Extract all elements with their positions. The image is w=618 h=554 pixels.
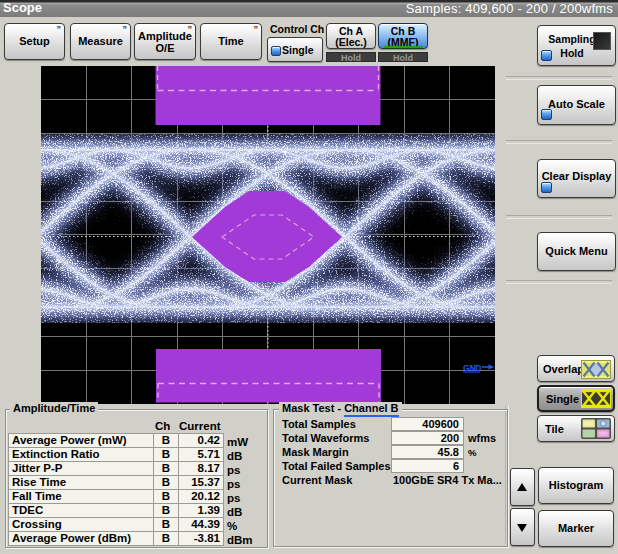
svg-text:GND: GND [463, 363, 481, 373]
